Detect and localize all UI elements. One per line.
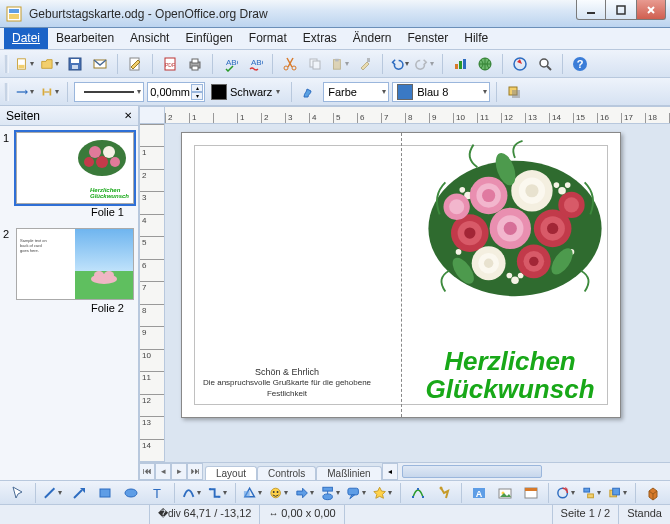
undo-button[interactable]: ▾ bbox=[389, 53, 411, 75]
stars-tool[interactable]: ▾ bbox=[371, 482, 395, 504]
menu-window[interactable]: Fenster bbox=[400, 28, 457, 49]
bouquet-image[interactable] bbox=[420, 139, 610, 299]
greeting-text[interactable]: Herzlichen Glückwunsch bbox=[410, 348, 610, 403]
points-tool[interactable] bbox=[406, 482, 430, 504]
status-size: ↔ 0,00 x 0,00 bbox=[260, 505, 344, 524]
tab-layout[interactable]: Layout bbox=[205, 466, 257, 480]
pages-panel-close-icon[interactable]: ✕ bbox=[124, 110, 132, 121]
tab-nav-first[interactable]: ⏮ bbox=[139, 463, 155, 480]
tab-nav-last[interactable]: ⏭ bbox=[187, 463, 203, 480]
edit-file-button[interactable] bbox=[124, 53, 146, 75]
window-close-button[interactable] bbox=[636, 0, 666, 20]
svg-point-47 bbox=[110, 157, 120, 167]
menu-edit[interactable]: Bearbeiten bbox=[48, 28, 122, 49]
arrow-tool[interactable] bbox=[67, 482, 91, 504]
line-color-select[interactable]: Schwarz ▾ bbox=[208, 81, 285, 103]
export-pdf-button[interactable]: PDF bbox=[159, 53, 181, 75]
copy-button[interactable] bbox=[304, 53, 326, 75]
rectangle-tool[interactable] bbox=[93, 482, 117, 504]
tab-controls[interactable]: Controls bbox=[257, 466, 316, 480]
line-width-input[interactable]: 0,00mm ▴▾ bbox=[147, 82, 205, 102]
select-tool[interactable] bbox=[6, 482, 30, 504]
menu-help[interactable]: Hilfe bbox=[456, 28, 496, 49]
line-style-select[interactable]: ▾ bbox=[74, 82, 144, 102]
block-arrows-tool[interactable]: ▾ bbox=[293, 482, 317, 504]
scroll-left-button[interactable]: ◂ bbox=[382, 463, 398, 480]
paste-button[interactable]: ▾ bbox=[329, 53, 351, 75]
fontwork-tool[interactable]: A bbox=[467, 482, 491, 504]
format-paintbrush-button[interactable] bbox=[354, 53, 376, 75]
chart-button[interactable] bbox=[449, 53, 471, 75]
menu-extras[interactable]: Extras bbox=[295, 28, 345, 49]
ruler-vertical[interactable]: 1234567891011121314 bbox=[139, 124, 165, 462]
callouts-tool[interactable]: ▾ bbox=[345, 482, 369, 504]
ellipse-tool[interactable] bbox=[119, 482, 143, 504]
svg-rect-41 bbox=[512, 90, 520, 98]
tab-nav-prev[interactable]: ◂ bbox=[155, 463, 171, 480]
effects-tool[interactable]: ▾ bbox=[554, 482, 578, 504]
line-endings-button[interactable]: ▾ bbox=[39, 81, 61, 103]
menu-view[interactable]: Ansicht bbox=[122, 28, 177, 49]
menu-file[interactable]: Datei bbox=[4, 28, 48, 49]
save-button[interactable] bbox=[64, 53, 86, 75]
svg-rect-18 bbox=[192, 66, 198, 70]
line-width-value: 0,00mm bbox=[150, 86, 190, 98]
svg-point-58 bbox=[511, 276, 519, 284]
fill-type-select[interactable]: Farbe▾ bbox=[323, 82, 389, 102]
svg-rect-116 bbox=[584, 488, 590, 492]
scroll-thumb[interactable] bbox=[402, 465, 542, 478]
text-tool[interactable]: T bbox=[145, 482, 169, 504]
window-minimize-button[interactable] bbox=[576, 0, 606, 20]
symbol-shapes-tool[interactable]: ▾ bbox=[267, 482, 291, 504]
menu-modify[interactable]: Ändern bbox=[345, 28, 400, 49]
horizontal-scrollbar[interactable]: ◂ ▸ bbox=[382, 463, 670, 480]
auto-spellcheck-button[interactable]: ABC bbox=[244, 53, 266, 75]
redo-button[interactable]: ▾ bbox=[414, 53, 436, 75]
fill-color-select[interactable]: Blau 8▾ bbox=[392, 82, 490, 102]
drawing-canvas[interactable]: Herzlichen Glückwunsch Schön & Ehrlich D… bbox=[165, 124, 670, 462]
print-button[interactable] bbox=[184, 53, 206, 75]
gallery-tool[interactable] bbox=[519, 482, 543, 504]
arrow-style-button[interactable]: ▾ bbox=[14, 81, 36, 103]
menu-format[interactable]: Format bbox=[241, 28, 295, 49]
arrange-tool[interactable]: ▾ bbox=[606, 482, 630, 504]
page[interactable]: Herzlichen Glückwunsch Schön & Ehrlich D… bbox=[181, 132, 621, 418]
window-maximize-button[interactable] bbox=[606, 0, 636, 20]
flowchart-tool[interactable]: ▾ bbox=[319, 482, 343, 504]
page-thumbnail-2[interactable]: 2 Sample text onback of cardgoes here. F… bbox=[4, 228, 134, 314]
standard-toolbar: ▾ ▾ PDF ABC ABC ▾ ▾ ▾ ? bbox=[0, 50, 670, 78]
email-button[interactable] bbox=[89, 53, 111, 75]
ruler-horizontal[interactable]: 21123456789101112131415161718192021 bbox=[165, 106, 670, 124]
toolbar-grip[interactable] bbox=[4, 83, 9, 101]
alignment-tool[interactable]: ▾ bbox=[580, 482, 604, 504]
spin-up[interactable]: ▴ bbox=[191, 84, 203, 92]
spellcheck-button[interactable]: ABC bbox=[219, 53, 241, 75]
zoom-button[interactable] bbox=[534, 53, 556, 75]
glue-points-tool[interactable] bbox=[432, 482, 456, 504]
extrusion-tool[interactable] bbox=[641, 482, 665, 504]
page-thumbnail-1[interactable]: 1 HerzlichenGlückwunsch Folie 1 bbox=[4, 132, 134, 218]
tab-nav-next[interactable]: ▸ bbox=[171, 463, 187, 480]
connector-tool[interactable]: ▾ bbox=[206, 482, 230, 504]
menu-bar: Datei Bearbeiten Ansicht Einfügen Format… bbox=[0, 28, 670, 50]
window-titlebar: Geburtstagskarte.odg - OpenOffice.org Dr… bbox=[0, 0, 670, 28]
help-button[interactable]: ? bbox=[569, 53, 591, 75]
toolbar-grip[interactable] bbox=[4, 55, 9, 73]
curve-tool[interactable]: ▾ bbox=[180, 482, 204, 504]
area-style-button[interactable] bbox=[298, 81, 320, 103]
from-file-tool[interactable] bbox=[493, 482, 517, 504]
menu-insert[interactable]: Einfügen bbox=[177, 28, 240, 49]
navigator-button[interactable] bbox=[509, 53, 531, 75]
new-document-button[interactable]: ▾ bbox=[14, 53, 36, 75]
cut-button[interactable] bbox=[279, 53, 301, 75]
line-tool[interactable]: ▾ bbox=[41, 482, 65, 504]
card-back-text[interactable]: Schön & Ehrlich Die anspruchsvolle Grußk… bbox=[192, 367, 382, 399]
spin-down[interactable]: ▾ bbox=[191, 92, 203, 100]
hyperlink-button[interactable] bbox=[474, 53, 496, 75]
canvas-area: ✕ 21123456789101112131415161718192021 12… bbox=[139, 106, 670, 480]
open-button[interactable]: ▾ bbox=[39, 53, 61, 75]
back-line1: Schön & Ehrlich bbox=[192, 367, 382, 379]
basic-shapes-tool[interactable]: ▾ bbox=[241, 482, 265, 504]
tab-dimlines[interactable]: Maßlinien bbox=[316, 466, 381, 480]
shadow-button[interactable] bbox=[503, 81, 525, 103]
